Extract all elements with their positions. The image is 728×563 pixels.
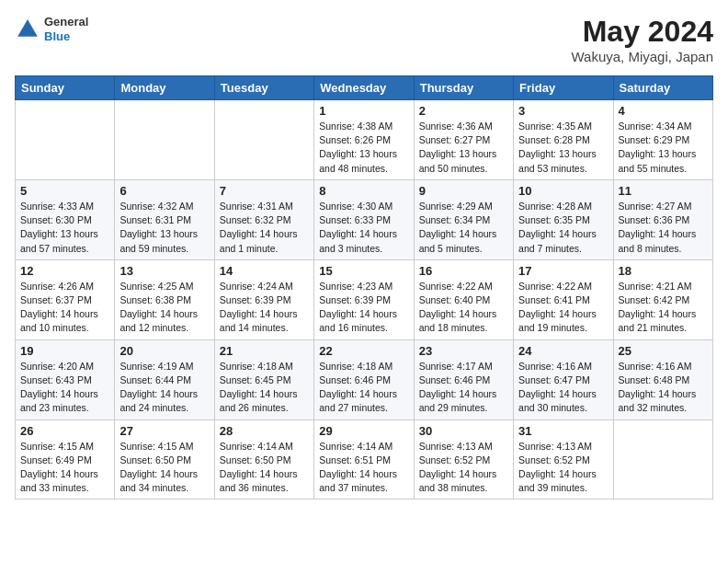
day-number: 17 (518, 264, 608, 278)
day-number: 28 (220, 424, 309, 438)
calendar-cell: 11Sunrise: 4:27 AMSunset: 6:36 PMDayligh… (613, 179, 712, 259)
calendar-cell: 19Sunrise: 4:20 AMSunset: 6:43 PMDayligh… (16, 339, 115, 419)
calendar-cell (613, 419, 712, 500)
day-info: Sunrise: 4:26 AMSunset: 6:37 PMDaylight:… (20, 280, 109, 336)
calendar-cell: 15Sunrise: 4:23 AMSunset: 6:39 PMDayligh… (314, 259, 414, 339)
logo-icon (15, 17, 40, 42)
calendar-week-row: 12Sunrise: 4:26 AMSunset: 6:37 PMDayligh… (16, 259, 713, 339)
day-number: 23 (419, 344, 508, 358)
weekday-header-row: SundayMondayTuesdayWednesdayThursdayFrid… (16, 76, 713, 100)
day-number: 26 (20, 424, 109, 438)
calendar-cell: 30Sunrise: 4:13 AMSunset: 6:52 PMDayligh… (414, 419, 513, 500)
page-header: General Blue May 2024 Wakuya, Miyagi, Ja… (15, 15, 713, 64)
day-info: Sunrise: 4:22 AMSunset: 6:41 PMDaylight:… (518, 280, 608, 336)
calendar-cell: 6Sunrise: 4:32 AMSunset: 6:31 PMDaylight… (115, 179, 214, 259)
calendar-week-row: 26Sunrise: 4:15 AMSunset: 6:49 PMDayligh… (16, 419, 713, 500)
day-number: 2 (419, 104, 508, 118)
calendar-cell: 22Sunrise: 4:18 AMSunset: 6:46 PMDayligh… (314, 339, 414, 419)
calendar-cell: 10Sunrise: 4:28 AMSunset: 6:35 PMDayligh… (514, 179, 613, 259)
day-number: 18 (619, 264, 708, 278)
calendar-cell: 1Sunrise: 4:38 AMSunset: 6:26 PMDaylight… (314, 100, 414, 180)
calendar-cell: 12Sunrise: 4:26 AMSunset: 6:37 PMDayligh… (16, 259, 115, 339)
calendar-cell (214, 100, 313, 180)
day-number: 3 (518, 104, 608, 118)
calendar-cell: 18Sunrise: 4:21 AMSunset: 6:42 PMDayligh… (613, 259, 712, 339)
day-info: Sunrise: 4:19 AMSunset: 6:44 PMDaylight:… (119, 360, 209, 416)
weekday-header-saturday: Saturday (613, 76, 712, 100)
calendar-table: SundayMondayTuesdayWednesdayThursdayFrid… (15, 75, 713, 500)
title-block: May 2024 Wakuya, Miyagi, Japan (571, 15, 713, 64)
calendar-cell: 7Sunrise: 4:31 AMSunset: 6:32 PMDaylight… (214, 179, 313, 259)
logo-text: General Blue (44, 15, 88, 43)
day-number: 5 (20, 184, 109, 198)
day-info: Sunrise: 4:20 AMSunset: 6:43 PMDaylight:… (20, 360, 109, 416)
day-number: 12 (20, 264, 109, 278)
calendar-week-row: 5Sunrise: 4:33 AMSunset: 6:30 PMDaylight… (16, 179, 713, 259)
day-number: 20 (119, 344, 209, 358)
day-info: Sunrise: 4:38 AMSunset: 6:26 PMDaylight:… (319, 120, 408, 176)
weekday-header-tuesday: Tuesday (214, 76, 313, 100)
location-subtitle: Wakuya, Miyagi, Japan (571, 49, 713, 64)
calendar-cell: 23Sunrise: 4:17 AMSunset: 6:46 PMDayligh… (414, 339, 513, 419)
calendar-cell: 4Sunrise: 4:34 AMSunset: 6:29 PMDaylight… (613, 100, 712, 180)
calendar-cell: 2Sunrise: 4:36 AMSunset: 6:27 PMDaylight… (414, 100, 513, 180)
svg-marker-1 (19, 22, 37, 35)
calendar-cell: 16Sunrise: 4:22 AMSunset: 6:40 PMDayligh… (414, 259, 513, 339)
day-number: 15 (319, 264, 408, 278)
weekday-header-thursday: Thursday (414, 76, 513, 100)
day-number: 16 (419, 264, 508, 278)
day-info: Sunrise: 4:17 AMSunset: 6:46 PMDaylight:… (419, 360, 508, 416)
calendar-cell: 8Sunrise: 4:30 AMSunset: 6:33 PMDaylight… (314, 179, 414, 259)
day-number: 8 (319, 184, 408, 198)
day-number: 31 (518, 424, 608, 438)
month-year-title: May 2024 (571, 15, 713, 49)
day-info: Sunrise: 4:14 AMSunset: 6:51 PMDaylight:… (319, 440, 408, 496)
day-info: Sunrise: 4:29 AMSunset: 6:34 PMDaylight:… (419, 200, 508, 256)
calendar-cell: 27Sunrise: 4:15 AMSunset: 6:50 PMDayligh… (115, 419, 214, 500)
day-info: Sunrise: 4:18 AMSunset: 6:46 PMDaylight:… (319, 360, 408, 416)
calendar-cell: 25Sunrise: 4:16 AMSunset: 6:48 PMDayligh… (613, 339, 712, 419)
day-info: Sunrise: 4:30 AMSunset: 6:33 PMDaylight:… (319, 200, 408, 256)
day-info: Sunrise: 4:25 AMSunset: 6:38 PMDaylight:… (119, 280, 209, 336)
calendar-week-row: 1Sunrise: 4:38 AMSunset: 6:26 PMDaylight… (16, 100, 713, 180)
day-number: 14 (220, 264, 309, 278)
day-number: 24 (518, 344, 608, 358)
day-number: 13 (119, 264, 209, 278)
day-info: Sunrise: 4:16 AMSunset: 6:48 PMDaylight:… (619, 360, 708, 416)
calendar-cell: 28Sunrise: 4:14 AMSunset: 6:50 PMDayligh… (214, 419, 313, 500)
day-number: 1 (319, 104, 408, 118)
day-info: Sunrise: 4:32 AMSunset: 6:31 PMDaylight:… (119, 200, 209, 256)
day-info: Sunrise: 4:22 AMSunset: 6:40 PMDaylight:… (419, 280, 508, 336)
day-number: 7 (220, 184, 309, 198)
day-number: 22 (319, 344, 408, 358)
calendar-week-row: 19Sunrise: 4:20 AMSunset: 6:43 PMDayligh… (16, 339, 713, 419)
calendar-cell: 20Sunrise: 4:19 AMSunset: 6:44 PMDayligh… (115, 339, 214, 419)
calendar-cell: 5Sunrise: 4:33 AMSunset: 6:30 PMDaylight… (16, 179, 115, 259)
day-info: Sunrise: 4:21 AMSunset: 6:42 PMDaylight:… (619, 280, 708, 336)
day-number: 29 (319, 424, 408, 438)
calendar-cell: 13Sunrise: 4:25 AMSunset: 6:38 PMDayligh… (115, 259, 214, 339)
calendar-cell: 29Sunrise: 4:14 AMSunset: 6:51 PMDayligh… (314, 419, 414, 500)
weekday-header-sunday: Sunday (16, 76, 115, 100)
logo-general-text: General (44, 15, 88, 29)
day-info: Sunrise: 4:34 AMSunset: 6:29 PMDaylight:… (619, 120, 708, 176)
day-info: Sunrise: 4:28 AMSunset: 6:35 PMDaylight:… (518, 200, 608, 256)
day-info: Sunrise: 4:16 AMSunset: 6:47 PMDaylight:… (518, 360, 608, 416)
calendar-cell: 24Sunrise: 4:16 AMSunset: 6:47 PMDayligh… (514, 339, 613, 419)
calendar-cell: 9Sunrise: 4:29 AMSunset: 6:34 PMDaylight… (414, 179, 513, 259)
calendar-cell: 17Sunrise: 4:22 AMSunset: 6:41 PMDayligh… (514, 259, 613, 339)
day-info: Sunrise: 4:33 AMSunset: 6:30 PMDaylight:… (20, 200, 109, 256)
calendar-cell: 14Sunrise: 4:24 AMSunset: 6:39 PMDayligh… (214, 259, 313, 339)
weekday-header-friday: Friday (514, 76, 613, 100)
day-info: Sunrise: 4:15 AMSunset: 6:50 PMDaylight:… (119, 440, 209, 496)
day-number: 9 (419, 184, 508, 198)
day-info: Sunrise: 4:31 AMSunset: 6:32 PMDaylight:… (220, 200, 309, 256)
day-info: Sunrise: 4:23 AMSunset: 6:39 PMDaylight:… (319, 280, 408, 336)
day-info: Sunrise: 4:24 AMSunset: 6:39 PMDaylight:… (220, 280, 309, 336)
weekday-header-wednesday: Wednesday (314, 76, 414, 100)
day-info: Sunrise: 4:14 AMSunset: 6:50 PMDaylight:… (220, 440, 309, 496)
day-info: Sunrise: 4:27 AMSunset: 6:36 PMDaylight:… (619, 200, 708, 256)
day-info: Sunrise: 4:18 AMSunset: 6:45 PMDaylight:… (220, 360, 309, 416)
day-info: Sunrise: 4:35 AMSunset: 6:28 PMDaylight:… (518, 120, 608, 176)
day-info: Sunrise: 4:13 AMSunset: 6:52 PMDaylight:… (518, 440, 608, 496)
